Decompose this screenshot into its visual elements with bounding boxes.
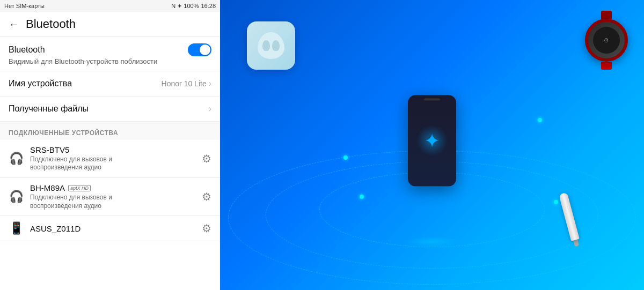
left-panel: Нет SIM-карты N ✦ 100% 16:28 ← Bluetooth…	[0, 0, 220, 290]
received-files-label: Полученные файлы	[9, 104, 89, 114]
device-info-3: ASUS_Z011D	[30, 224, 195, 233]
device-item: 🎧 SRS-BTV5 Подключено для вызовов ивоспр…	[0, 140, 220, 178]
headphones-icon-2: 🎧	[9, 190, 24, 204]
earbuds-case	[247, 21, 295, 70]
connected-devices-header: ПОДКЛЮЧЕННЫЕ УСТРОЙСТВА	[0, 122, 220, 140]
platform-glow	[405, 236, 459, 247]
device-name-right: Honor 10 Lite ›	[162, 79, 211, 88]
bluetooth-toggle-row: Bluetooth	[9, 43, 211, 56]
gear-icon-3[interactable]: ⚙	[202, 222, 211, 235]
watch-band-top	[601, 11, 612, 19]
status-icons: N ✦ 100%	[171, 3, 199, 10]
connection-dot-3	[554, 200, 558, 204]
device-name-3: ASUS_Z011D	[30, 224, 195, 233]
phone-icon: 📱	[9, 221, 24, 235]
clock: 16:28	[201, 3, 216, 9]
watch-illustration: ⏱	[585, 11, 628, 70]
stylus-tip	[573, 240, 579, 247]
back-button[interactable]: ←	[9, 18, 19, 31]
bluetooth-toggle[interactable]	[188, 43, 211, 56]
headphones-icon: 🎧	[9, 152, 24, 166]
watch-body: ⏱	[585, 19, 628, 62]
watch-face: ⏱	[593, 27, 620, 54]
earbud-right	[272, 40, 280, 51]
right-panel: ⏱ ✦	[220, 0, 644, 290]
earbuds-illustration	[247, 21, 295, 70]
device-name-label: Имя устройства	[9, 79, 72, 88]
bluetooth-section: Bluetooth Видимый для Bluetooth-устройст…	[0, 37, 220, 71]
device-item-3: 📱 ASUS_Z011D ⚙	[0, 216, 220, 241]
page-title: Bluetooth	[26, 17, 76, 31]
received-files-item[interactable]: Полученные файлы ›	[0, 96, 220, 122]
chevron-icon-2: ›	[209, 104, 211, 114]
watch-icon: ⏱	[604, 38, 609, 43]
chevron-icon: ›	[209, 79, 211, 88]
aptx-badge: aptX HD	[68, 185, 91, 191]
device-name-value: Honor 10 Lite	[162, 79, 207, 88]
connection-dot-1	[343, 155, 348, 160]
gear-icon-2[interactable]: ⚙	[202, 190, 211, 203]
device-status-2: Подключено для вызовов ивоспроизведения …	[30, 194, 195, 210]
sim-status: Нет SIM-карты	[4, 3, 45, 9]
bluetooth-label: Bluetooth	[9, 45, 45, 55]
watch-band-bottom	[601, 62, 612, 70]
status-left: Нет SIM-карты	[4, 3, 45, 9]
header: ← Bluetooth	[0, 12, 220, 37]
device-name: SRS-BTV5	[30, 145, 195, 154]
device-name-item[interactable]: Имя устройства Honor 10 Lite ›	[0, 71, 220, 96]
phone-body: ✦	[408, 95, 456, 186]
received-files-right: ›	[209, 104, 211, 114]
connection-dot-2	[538, 118, 542, 122]
device-info-2: BH-M89A aptX HD Подключено для вызовов и…	[30, 183, 195, 210]
bluetooth-sublabel: Видимый для Bluetooth-устройств поблизос…	[9, 57, 211, 66]
bt-glow	[416, 124, 448, 157]
status-right: N ✦ 100% 16:28	[171, 3, 216, 10]
device-item-2: 🎧 BH-M89A aptX HD Подключено для вызовов…	[0, 178, 220, 216]
device-info: SRS-BTV5 Подключено для вызовов ивоспрои…	[30, 145, 195, 172]
earbud-left	[262, 40, 270, 51]
device-name-2: BH-M89A aptX HD	[30, 183, 195, 192]
earbuds-inner	[258, 32, 284, 59]
device-status: Подключено для вызовов ивоспроизведения …	[30, 155, 195, 172]
connection-dot-4	[360, 195, 364, 199]
status-bar: Нет SIM-карты N ✦ 100% 16:28	[0, 0, 220, 12]
gear-icon[interactable]: ⚙	[202, 152, 211, 165]
phone-illustration: ✦	[408, 95, 456, 186]
